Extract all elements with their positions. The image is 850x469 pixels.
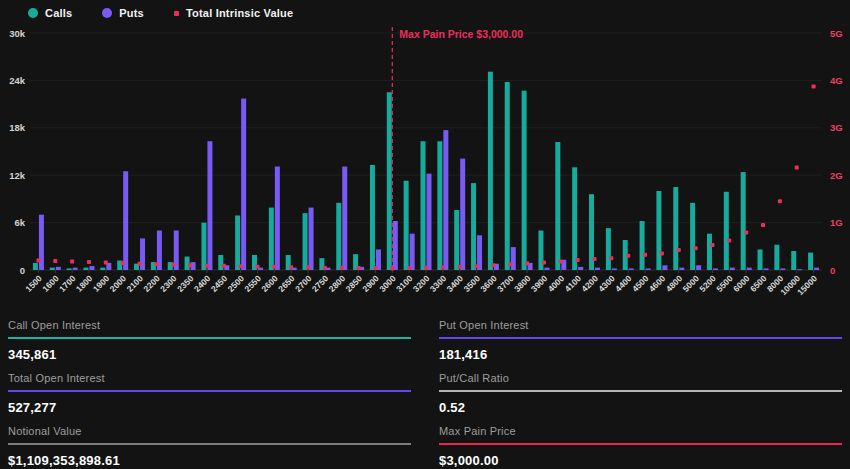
bar-calls-2500[interactable] <box>235 215 240 270</box>
scatter-intrinsic-2850[interactable] <box>357 266 361 270</box>
bar-puts-1600[interactable] <box>56 267 61 270</box>
scatter-intrinsic-4300[interactable] <box>609 256 613 260</box>
bar-calls-5500[interactable] <box>724 192 729 270</box>
open-interest-chart[interactable]: 006k1G12k2G18k3G24k4G30k5G15001600170018… <box>0 0 850 310</box>
scatter-intrinsic-5500[interactable] <box>727 239 731 243</box>
bar-puts-4800[interactable] <box>679 268 684 270</box>
scatter-intrinsic-4000[interactable] <box>559 259 563 263</box>
scatter-intrinsic-4500[interactable] <box>643 253 647 257</box>
scatter-intrinsic-2800[interactable] <box>340 266 344 270</box>
bar-puts-3300[interactable] <box>443 130 448 270</box>
bar-puts-3100[interactable] <box>410 234 415 270</box>
bar-puts-4300[interactable] <box>612 268 617 270</box>
bar-puts-3900[interactable] <box>544 268 549 270</box>
scatter-intrinsic-6500[interactable] <box>761 223 765 227</box>
bar-puts-8000[interactable] <box>780 268 785 270</box>
bar-calls-2400[interactable] <box>201 223 206 270</box>
bar-puts-15000[interactable] <box>814 268 819 270</box>
bar-calls-15000[interactable] <box>808 253 813 270</box>
bar-calls-10000[interactable] <box>791 251 796 270</box>
bar-puts-5000[interactable] <box>696 265 701 270</box>
bar-puts-1800[interactable] <box>89 266 94 270</box>
bar-puts-6000[interactable] <box>747 268 752 270</box>
bar-puts-3000[interactable] <box>393 221 398 270</box>
bar-puts-3400[interactable] <box>460 159 465 270</box>
scatter-intrinsic-2700[interactable] <box>306 265 310 269</box>
bar-calls-6000[interactable] <box>741 172 746 270</box>
scatter-intrinsic-3100[interactable] <box>407 266 411 270</box>
legend-item-puts[interactable]: Puts <box>102 7 144 19</box>
scatter-intrinsic-2200[interactable] <box>154 262 158 266</box>
bar-puts-6500[interactable] <box>764 268 769 270</box>
scatter-intrinsic-2300[interactable] <box>171 263 175 267</box>
scatter-intrinsic-1800[interactable] <box>87 260 91 264</box>
scatter-intrinsic-2100[interactable] <box>138 262 142 266</box>
bar-calls-1600[interactable] <box>50 268 55 270</box>
bar-calls-1500[interactable] <box>33 263 38 270</box>
scatter-intrinsic-3900[interactable] <box>542 260 546 264</box>
bar-calls-3000[interactable] <box>387 92 392 270</box>
bar-puts-3200[interactable] <box>427 174 432 270</box>
bar-puts-2600[interactable] <box>275 167 280 270</box>
scatter-intrinsic-10000[interactable] <box>795 166 799 170</box>
scatter-intrinsic-2450[interactable] <box>222 264 226 268</box>
bar-calls-4100[interactable] <box>572 167 577 270</box>
scatter-intrinsic-2650[interactable] <box>289 265 293 269</box>
scatter-intrinsic-2350[interactable] <box>188 263 192 267</box>
scatter-intrinsic-3800[interactable] <box>525 261 529 265</box>
bar-puts-4500[interactable] <box>646 268 651 270</box>
bar-puts-4200[interactable] <box>595 268 600 270</box>
bar-calls-8000[interactable] <box>774 245 779 270</box>
bar-calls-5200[interactable] <box>707 234 712 270</box>
scatter-intrinsic-8000[interactable] <box>778 199 782 203</box>
bar-puts-5200[interactable] <box>713 268 718 270</box>
bar-calls-3300[interactable] <box>437 141 442 270</box>
scatter-intrinsic-2550[interactable] <box>255 265 259 269</box>
bar-calls-2700[interactable] <box>303 213 308 270</box>
bar-calls-2450[interactable] <box>218 255 223 270</box>
scatter-intrinsic-2900[interactable] <box>373 266 377 270</box>
bar-calls-3100[interactable] <box>404 181 409 270</box>
scatter-intrinsic-3500[interactable] <box>475 264 479 268</box>
scatter-intrinsic-3700[interactable] <box>508 262 512 266</box>
bar-calls-3500[interactable] <box>471 183 476 270</box>
bar-calls-2800[interactable] <box>336 203 341 270</box>
bar-calls-1800[interactable] <box>83 268 88 270</box>
bar-calls-5000[interactable] <box>690 203 695 270</box>
scatter-intrinsic-3000[interactable] <box>390 267 394 271</box>
scatter-intrinsic-6000[interactable] <box>744 231 748 235</box>
legend-item-intrinsic[interactable]: Total Intrinsic Value <box>174 7 293 19</box>
scatter-intrinsic-3400[interactable] <box>458 265 462 269</box>
bar-calls-4000[interactable] <box>555 142 560 270</box>
scatter-intrinsic-3200[interactable] <box>424 266 428 270</box>
bar-calls-3200[interactable] <box>421 141 426 270</box>
scatter-intrinsic-4600[interactable] <box>660 251 664 255</box>
scatter-intrinsic-3300[interactable] <box>441 265 445 269</box>
bar-calls-4800[interactable] <box>673 187 678 270</box>
bar-puts-10000[interactable] <box>797 269 802 270</box>
bar-puts-2700[interactable] <box>309 208 314 270</box>
bar-calls-3700[interactable] <box>505 82 510 270</box>
bar-puts-2800[interactable] <box>342 167 347 270</box>
scatter-intrinsic-5200[interactable] <box>710 243 714 247</box>
bar-puts-1700[interactable] <box>73 268 78 270</box>
bar-puts-2000[interactable] <box>123 171 128 270</box>
scatter-intrinsic-2500[interactable] <box>239 264 243 268</box>
scatter-intrinsic-2750[interactable] <box>323 266 327 270</box>
scatter-intrinsic-1700[interactable] <box>70 259 74 263</box>
scatter-intrinsic-2000[interactable] <box>121 261 125 265</box>
bar-calls-1900[interactable] <box>100 268 105 270</box>
scatter-intrinsic-1600[interactable] <box>53 259 57 263</box>
bar-puts-3700[interactable] <box>511 247 516 270</box>
bar-puts-4100[interactable] <box>578 267 583 270</box>
bar-calls-4600[interactable] <box>656 191 661 270</box>
bar-calls-2600[interactable] <box>269 208 274 270</box>
scatter-intrinsic-2400[interactable] <box>205 264 209 268</box>
scatter-intrinsic-1500[interactable] <box>36 259 40 263</box>
bar-calls-3400[interactable] <box>454 210 459 270</box>
scatter-intrinsic-4400[interactable] <box>626 254 630 258</box>
bar-calls-6500[interactable] <box>758 249 763 270</box>
scatter-intrinsic-5000[interactable] <box>694 246 698 250</box>
scatter-intrinsic-1900[interactable] <box>104 260 108 264</box>
bar-calls-2900[interactable] <box>370 165 375 270</box>
